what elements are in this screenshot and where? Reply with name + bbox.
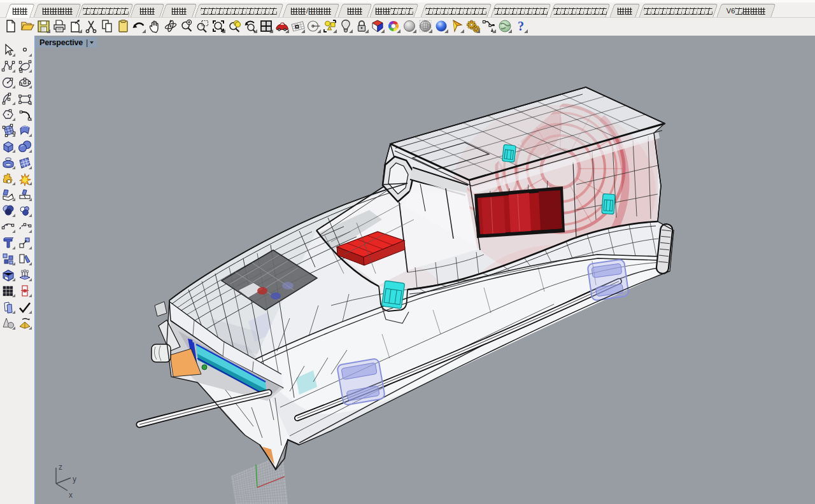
svg-text:z: z	[59, 463, 62, 472]
svg-text:x: x	[69, 491, 73, 500]
svg-text:y: y	[73, 475, 76, 484]
svg-text:?: ?	[518, 19, 524, 33]
